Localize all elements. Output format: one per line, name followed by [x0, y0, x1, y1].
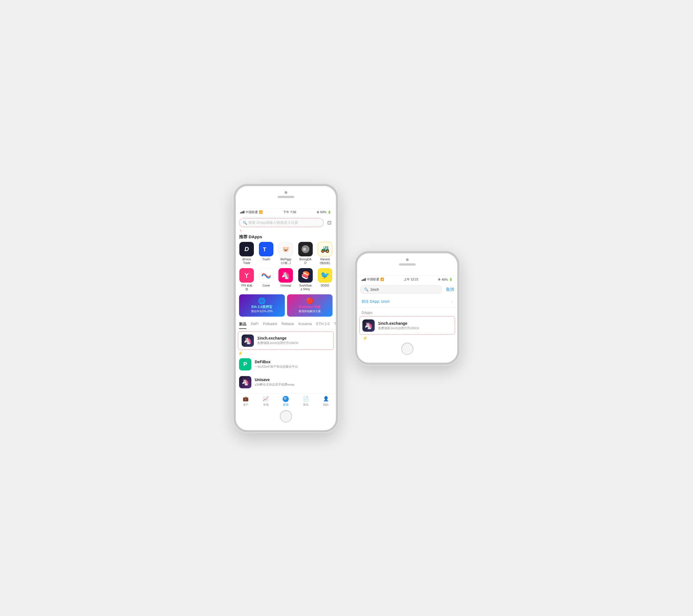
dapp-item-wepiggy[interactable]: 🐷 WePiggy(小猪...)	[277, 242, 294, 265]
battery-icon-1: ⊕	[317, 210, 319, 214]
phone-bottom-2	[357, 340, 457, 357]
svg-text:T: T	[263, 246, 266, 253]
dapp-item-curve[interactable]: Curve	[258, 268, 275, 291]
icon-defibox: P	[239, 358, 251, 371]
cancel-button-2[interactable]: 取消	[444, 287, 454, 292]
bar4-2	[365, 278, 366, 281]
nav-discover[interactable]: 🔍 发现	[283, 396, 289, 407]
banner-polka[interactable]: 🔴 Polkadot 专题 最强跨链解决方案	[287, 294, 333, 317]
svg-text:B: B	[303, 247, 306, 251]
battery-2: 40%	[442, 278, 448, 281]
dapp-name-yfii: YFII 机枪池	[241, 284, 253, 291]
dapp-icon-dodo: 🐦	[318, 268, 332, 283]
nav-icon-news: 📄	[303, 396, 309, 402]
dapp-item-dforce[interactable]: D dForceTrade	[238, 242, 255, 265]
dapp-item-dodo[interactable]: 🐦 DODO	[316, 268, 334, 291]
dapp-item-truefi[interactable]: T TrueFi	[258, 242, 275, 265]
tab-tro[interactable]: TRO	[334, 320, 336, 329]
bottom-nav-1: 💼 资产 📈 市场 🔍 发现 📄 资讯 👤 我的	[236, 393, 336, 408]
dapp-item-boringdao[interactable]: B BoringDAO	[297, 242, 314, 265]
dapp-item-harvest[interactable]: 🚜 Harvest(拖拉机)	[316, 242, 334, 265]
dapp-icon-dforce: D	[239, 242, 254, 256]
nav-news[interactable]: 📄 资讯	[303, 396, 309, 407]
bar2	[241, 212, 242, 214]
status-left: 中国联通 📶	[240, 210, 263, 214]
top-bezel-2	[357, 253, 457, 276]
battery-icon-2: ⊕	[438, 278, 440, 281]
banner-polka-sub: 最强跨链解决方案	[298, 310, 321, 313]
dapp-name-dodo: DODO	[321, 284, 329, 287]
nav-mine[interactable]: 👤 我的	[323, 396, 329, 407]
search-icon-1: 🔍	[243, 221, 246, 224]
battery-bar-2: 🔋	[449, 278, 453, 281]
nav-to-link: 1inch	[381, 299, 390, 303]
nav-label-discover: 发现	[283, 403, 289, 407]
dapp-item-sushiswap[interactable]: 🍣 SushiSwap Shiny	[297, 268, 314, 291]
dapp-grid-row2: YFII 机枪池 Curve 🦄 Uniswap	[236, 268, 336, 294]
nav-icon-discover: 🔍	[283, 396, 289, 402]
dapp-icon-curve	[259, 268, 273, 283]
red-zigzag-2: ⚡	[359, 336, 457, 340]
banner-eth[interactable]: 🌐 Eth 2.0质押宝 预估年化5%-20%	[239, 294, 285, 317]
tab-polkadot[interactable]: Polkadot	[263, 320, 277, 329]
nav-to-prefix: 前往 DApp:	[361, 299, 381, 303]
info-unisave: Unisave y3d孵化无协议层手续费swap	[255, 377, 333, 387]
status-right-1: ⊕ 64% 🔋	[317, 210, 332, 214]
speaker	[278, 196, 294, 198]
list-item-1inch[interactable]: 🦄 1inch.exchange 免费领取1inch治理代币1INCH	[238, 332, 334, 350]
signal-bars	[240, 211, 244, 214]
search-value-2: 1inch	[370, 287, 379, 292]
tab-eth2[interactable]: ETH 2.0	[316, 320, 330, 329]
dapp-icon-sushiswap: 🍣	[298, 268, 313, 283]
desc-unisave: y3d孵化无协议层手续费swap	[255, 382, 333, 387]
list-item-1inch-2[interactable]: 🦄 1inch.exchange 免费领取1inch治理代币1INCH	[359, 316, 455, 335]
name-1inch-1: 1inch.exchange	[257, 336, 330, 340]
dapp-item-uniswap[interactable]: 🦄 Uniswap	[277, 268, 294, 291]
bar1-2	[361, 280, 362, 281]
list-item-unisave[interactable]: 🦄 Unisave y3d孵化无协议层手续费swap	[236, 373, 336, 391]
status-bar: 中国联通 📶 下午 7:56 ⊕ 64% 🔋	[236, 208, 336, 216]
nav-market[interactable]: 📈 市场	[263, 396, 269, 407]
scan-icon-1[interactable]: ⊡	[326, 219, 333, 226]
home-button-2[interactable]	[401, 343, 413, 355]
search-box-1[interactable]: 🔍 搜索 DApp或输入链接进入玩耍	[239, 218, 324, 227]
dapp-icon-truefi: T	[259, 242, 273, 256]
carrier-1: 中国联通	[245, 210, 258, 214]
camera	[284, 191, 288, 194]
search-container-2: 🔍 1inch 取消	[357, 283, 457, 296]
screen-1: 🔍 搜索 DApp或输入链接进入玩耍 ⊡ ↑ 推荐 DApps D dForce…	[236, 216, 336, 393]
tab-新品[interactable]: 新品	[239, 320, 246, 329]
red-zigzag-1: ⚡	[238, 351, 336, 355]
status-left-2: 中国联通 📶	[361, 277, 384, 281]
tab-defi[interactable]: DeFi	[251, 320, 258, 329]
nav-icon-mine: 👤	[323, 396, 329, 402]
tab-kusama[interactable]: Kusama	[298, 320, 312, 329]
nav-icon-assets: 💼	[243, 396, 249, 402]
phone-2: 中国联通 📶 上午 12:21 ⊕ 40% 🔋 🔍 1inch 取消 前往 DA…	[355, 251, 459, 365]
dapp-item-yfii[interactable]: YFII 机枪池	[238, 268, 255, 291]
name-unisave: Unisave	[255, 377, 333, 382]
time-1: 下午 7:56	[283, 210, 296, 214]
desc-defibox: 一站式DeFi资产和信息聚合平台	[255, 365, 333, 369]
nav-assets[interactable]: 💼 资产	[243, 396, 249, 407]
nav-label-market: 市场	[263, 403, 269, 407]
icon-unisave: 🦄	[239, 376, 251, 389]
info-1inch-1: 1inch.exchange 免费领取1inch治理代币1INCH	[257, 336, 330, 345]
search-box-2[interactable]: 🔍 1inch	[360, 285, 442, 294]
category-tabs: 新品 DeFi Polkadot Rebase Kusama ETH 2.0 T…	[236, 320, 336, 329]
dapp-name-wepiggy: WePiggy(小猪...)	[280, 258, 292, 265]
tab-rebase[interactable]: Rebase	[281, 320, 294, 329]
bar1	[240, 212, 241, 214]
list-item-defibox[interactable]: P DeFiBox 一站式DeFi资产和信息聚合平台	[236, 355, 336, 373]
home-button-1[interactable]	[280, 410, 292, 422]
dapp-name-curve: Curve	[262, 284, 270, 287]
search-container-1: 🔍 搜索 DApp或输入链接进入玩耍 ⊡	[236, 216, 336, 229]
banner-polka-main: Polkadot 专题	[298, 305, 321, 310]
name-1inch-2: 1inch.exchange	[378, 321, 452, 325]
nav-label-mine: 我的	[323, 403, 329, 407]
nav-to-dapp[interactable]: 前往 DApp: 1inch ›	[357, 296, 457, 308]
signal-bars-2	[361, 278, 366, 281]
desc-1inch-2: 免费领取1inch治理代币1INCH	[378, 326, 452, 330]
bar4	[243, 211, 244, 214]
status-bar-2: 中国联通 📶 上午 12:21 ⊕ 40% 🔋	[357, 276, 457, 283]
